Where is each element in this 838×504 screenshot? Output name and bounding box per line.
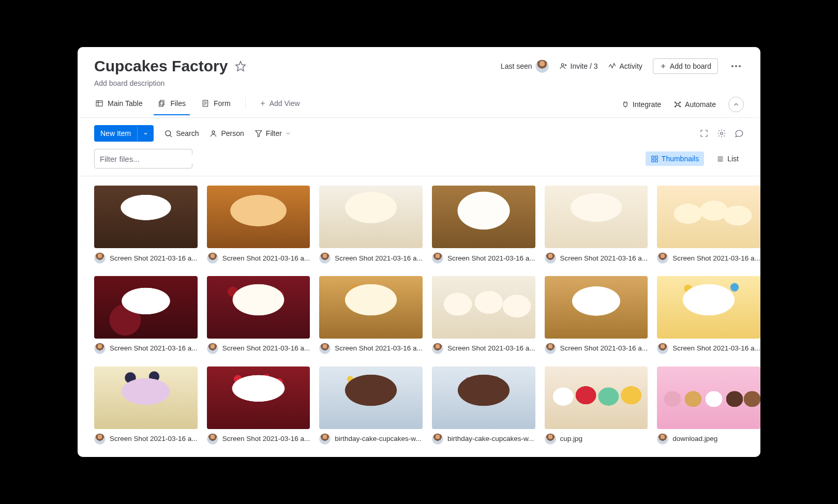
activity-button[interactable]: Activity [608, 62, 642, 70]
file-card[interactable]: Screen Shot 2021-03-16 a... [432, 276, 535, 354]
avatar [545, 343, 556, 354]
new-item-button[interactable]: New Item [94, 125, 154, 142]
file-card[interactable]: birthday-cake-cupcakes-w... [319, 366, 423, 445]
file-thumbnail[interactable] [432, 366, 535, 429]
avatar [319, 433, 331, 445]
activity-icon [608, 62, 616, 70]
file-name: birthday-cake-cupcakes-w... [447, 435, 534, 442]
file-name: cup.jpg [560, 435, 583, 442]
file-card[interactable]: Screen Shot 2021-03-16 a... [657, 276, 760, 354]
file-name: Screen Shot 2021-03-16 a... [672, 254, 760, 262]
filter-label: Filter [266, 129, 282, 138]
avatar [207, 343, 218, 354]
plus-icon [259, 100, 266, 107]
file-card[interactable]: Screen Shot 2021-03-16 a... [94, 276, 198, 354]
comment-button[interactable] [735, 129, 744, 138]
add-to-board-label: Add to board [670, 62, 711, 70]
settings-button[interactable] [717, 129, 726, 138]
file-name: Screen Shot 2021-03-16 a... [335, 254, 423, 262]
file-card[interactable]: cup.jpg [545, 366, 648, 445]
file-thumbnail[interactable] [94, 366, 198, 429]
svg-point-11 [166, 131, 171, 136]
invite-button[interactable]: Invite / 3 [559, 62, 598, 70]
file-thumbnail[interactable] [545, 186, 648, 248]
board-description[interactable]: Add board description [94, 79, 744, 87]
file-card[interactable]: Screen Shot 2021-03-16 a... [319, 276, 423, 354]
file-card[interactable]: Screen Shot 2021-03-16 a... [432, 186, 535, 264]
file-card[interactable]: Screen Shot 2021-03-16 a... [207, 186, 310, 264]
grid-icon [651, 155, 659, 163]
chevron-up-icon [732, 101, 740, 108]
file-card[interactable]: Screen Shot 2021-03-16 a... [207, 366, 310, 445]
file-thumbnail[interactable] [207, 276, 310, 339]
file-card[interactable]: Screen Shot 2021-03-16 a... [545, 276, 648, 354]
search-button[interactable]: Search [164, 129, 199, 138]
file-thumbnail[interactable] [545, 366, 648, 429]
add-view-button[interactable]: Add View [259, 99, 300, 115]
file-name: Screen Shot 2021-03-16 a... [110, 435, 198, 442]
file-card[interactable]: Screen Shot 2021-03-16 a... [319, 186, 423, 264]
file-thumbnail[interactable] [94, 186, 198, 248]
integrate-label: Integrate [633, 100, 661, 109]
avatar [94, 433, 106, 445]
file-thumbnail[interactable] [432, 186, 535, 248]
file-card[interactable]: Screen Shot 2021-03-16 a... [94, 186, 198, 264]
file-thumbnail[interactable] [319, 186, 423, 248]
board-title: Cupcakes Factory [94, 57, 228, 75]
filter-files-input[interactable] [100, 155, 198, 163]
view-tab-main-table[interactable]: Main Table [94, 99, 143, 115]
filter-files-input-wrap[interactable] [94, 149, 192, 169]
file-thumbnail[interactable] [657, 276, 760, 339]
file-thumbnail[interactable] [657, 366, 760, 429]
file-card[interactable]: birthday-cake-cupcakes-w... [432, 366, 535, 445]
file-card[interactable]: Screen Shot 2021-03-16 a... [207, 276, 310, 354]
chevron-down-icon [143, 131, 148, 136]
views-bar: Main Table Files Form Add View Integrate [78, 97, 760, 118]
filter-button[interactable]: Filter [255, 129, 291, 138]
last-seen[interactable]: Last seen [501, 59, 549, 73]
view-tab-files[interactable]: Files [157, 99, 187, 115]
file-card[interactable]: Screen Shot 2021-03-16 a... [94, 366, 198, 445]
more-menu-button[interactable] [728, 62, 744, 70]
file-card[interactable]: Screen Shot 2021-03-16 a... [545, 186, 648, 264]
avatar [207, 433, 218, 445]
svg-rect-19 [655, 160, 657, 162]
list-view-button[interactable]: List [711, 151, 744, 166]
file-thumbnail[interactable] [657, 186, 760, 248]
toolbar: New Item Search Person Filter [78, 118, 760, 149]
file-card[interactable]: download.jpeg [657, 366, 760, 445]
add-view-label: Add View [270, 99, 300, 108]
add-to-board-button[interactable]: Add to board [653, 58, 718, 74]
file-thumbnail[interactable] [207, 186, 310, 248]
new-item-label: New Item [94, 125, 137, 142]
table-icon [95, 99, 103, 108]
file-thumbnail[interactable] [207, 366, 310, 429]
file-name: Screen Shot 2021-03-16 a... [672, 344, 760, 352]
automate-button[interactable]: Automate [674, 100, 716, 109]
automate-label: Automate [685, 100, 716, 109]
files-controls: Thumbnails List [78, 149, 760, 176]
file-card[interactable]: Screen Shot 2021-03-16 a... [657, 186, 760, 264]
file-name: Screen Shot 2021-03-16 a... [222, 254, 310, 262]
expand-button[interactable] [699, 129, 709, 138]
file-thumbnail[interactable] [319, 366, 423, 429]
file-thumbnail[interactable] [432, 276, 535, 339]
file-thumbnail[interactable] [545, 276, 648, 339]
star-icon[interactable] [235, 60, 246, 72]
view-tab-form[interactable]: Form [200, 99, 232, 115]
integrate-button[interactable]: Integrate [621, 100, 661, 109]
files-icon [158, 99, 166, 108]
search-icon [164, 129, 173, 138]
collapse-button[interactable] [728, 97, 744, 112]
avatar [535, 59, 549, 73]
file-thumbnail[interactable] [319, 276, 423, 339]
person-filter-button[interactable]: Person [209, 129, 244, 138]
file-name: Screen Shot 2021-03-16 a... [222, 344, 310, 352]
new-item-dropdown[interactable] [137, 127, 154, 141]
svg-rect-4 [159, 102, 163, 106]
avatar [94, 252, 106, 264]
thumbnails-view-button[interactable]: Thumbnails [646, 151, 704, 166]
file-thumbnail[interactable] [94, 276, 198, 339]
svg-point-12 [213, 131, 215, 133]
filter-icon [255, 129, 263, 138]
